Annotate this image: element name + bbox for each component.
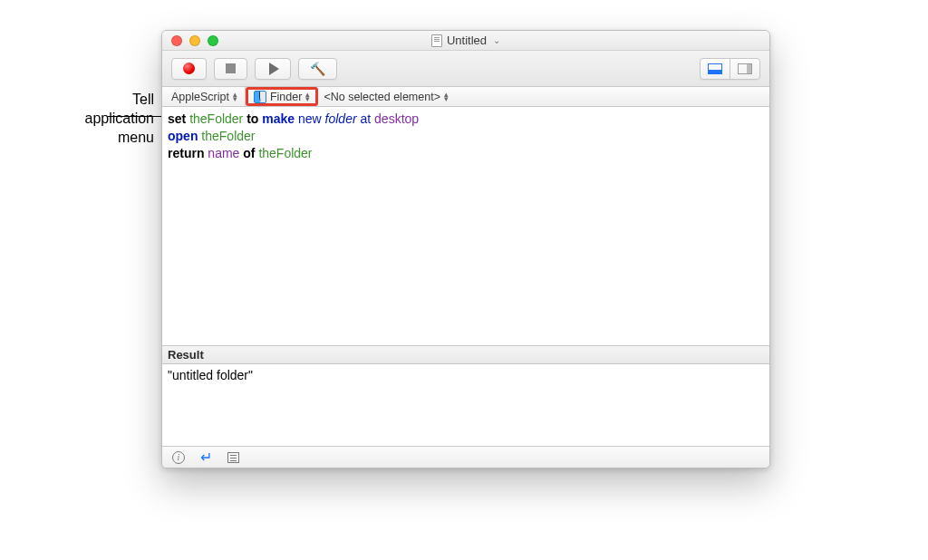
right-panel-icon [738,63,752,74]
element-menu[interactable]: <No selected element> ▴▾ [318,87,456,106]
window-title-text: Untitled [447,34,487,47]
log-button[interactable] [226,450,240,465]
updown-icon: ▴▾ [444,92,449,101]
tell-application-menu[interactable]: Finder ▴▾ [246,87,318,106]
list-icon [227,452,239,463]
tell-application-menu-label: Finder [270,91,302,103]
return-icon: ↵ [200,449,212,466]
hammer-icon: 🔨 [310,62,325,76]
updown-icon: ▴▾ [233,92,237,101]
code-line: return name of theFolder [168,145,764,162]
script-editor-pane[interactable]: set theFolder to make new folder at desk… [162,107,769,345]
description-button[interactable]: i [171,450,186,465]
result-value: "untitled folder" [168,368,253,382]
traffic-lights [171,35,218,46]
show-result-pane-button[interactable] [700,58,730,80]
status-bar: i ↵ [162,446,769,468]
record-icon [183,63,195,74]
info-icon: i [172,451,185,464]
compile-button[interactable]: 🔨 [298,58,337,80]
annotation-label: Tell application menu [0,91,154,147]
play-icon [269,63,279,75]
toolbar: 🔨 [162,51,769,87]
annotation-line2: application [85,111,155,126]
result-header: Result [162,345,769,364]
stop-icon [226,63,236,73]
finder-icon [254,91,266,103]
titlebar[interactable]: Untitled ⌄ [162,31,769,51]
window-title[interactable]: Untitled ⌄ [431,34,500,47]
zoom-button[interactable] [208,35,218,46]
record-button[interactable] [171,58,207,80]
code-line: open theFolder [168,128,764,145]
minimize-button[interactable] [189,35,200,46]
result-button[interactable]: ↵ [198,450,213,465]
document-icon [431,34,442,47]
panel-segmented-control [700,58,760,80]
annotation-line1: Tell [132,92,154,107]
navigation-bar: AppleScript ▴▾ Finder ▴▾ <No selected el… [162,87,769,107]
chevron-down-icon: ⌄ [493,35,500,45]
stop-button[interactable] [214,58,247,80]
show-side-pane-button[interactable] [730,58,760,80]
language-menu[interactable]: AppleScript ▴▾ [166,87,246,106]
element-menu-label: <No selected element> [324,91,440,103]
annotation-line3: menu [118,130,154,145]
code-line: set theFolder to make new folder at desk… [168,111,764,128]
run-button[interactable] [255,58,291,80]
bottom-panel-icon [708,63,722,74]
updown-icon: ▴▾ [305,92,310,101]
result-header-label: Result [168,348,204,362]
script-editor-window: Untitled ⌄ 🔨 AppleScript ▴▾ Finder ▴▾ <N… [161,30,770,468]
close-button[interactable] [171,35,182,46]
result-pane[interactable]: "untitled folder" [162,364,769,446]
language-menu-label: AppleScript [171,91,229,103]
